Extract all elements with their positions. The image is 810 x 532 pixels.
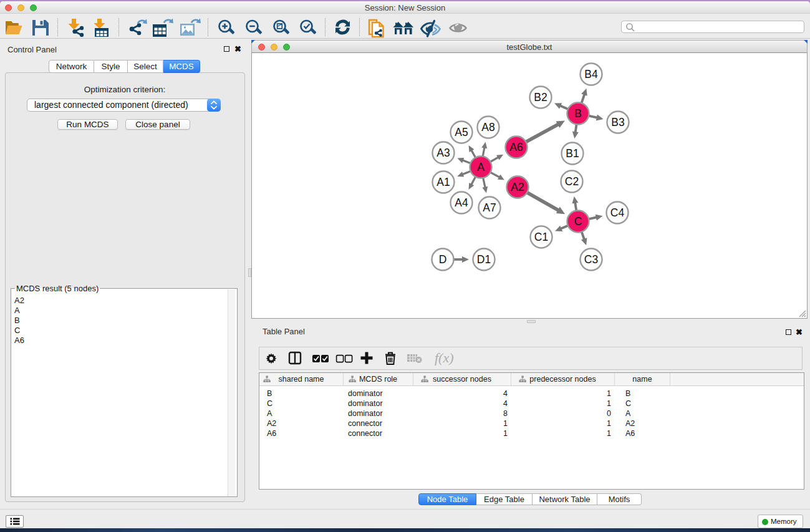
- svg-text:C3: C3: [584, 253, 598, 266]
- svg-text:C2: C2: [565, 175, 579, 188]
- svg-text:A3: A3: [436, 147, 450, 159]
- svg-text:D1: D1: [477, 253, 491, 266]
- svg-text:A: A: [477, 161, 485, 173]
- svg-text:C1: C1: [534, 231, 548, 243]
- svg-text:A5: A5: [455, 126, 468, 138]
- svg-text:B2: B2: [534, 91, 547, 104]
- svg-text:C: C: [574, 215, 582, 228]
- svg-text:A4: A4: [455, 196, 468, 209]
- svg-text:B3: B3: [611, 116, 624, 128]
- svg-text:B4: B4: [584, 68, 598, 80]
- svg-text:A6: A6: [509, 141, 523, 153]
- svg-text:A1: A1: [436, 176, 450, 188]
- svg-text:B1: B1: [566, 147, 579, 160]
- svg-text:B: B: [574, 107, 582, 120]
- svg-text:A8: A8: [481, 121, 494, 133]
- svg-text:A2: A2: [511, 181, 524, 193]
- svg-text:D: D: [439, 253, 447, 266]
- svg-text:C4: C4: [610, 206, 625, 219]
- svg-text:A7: A7: [483, 201, 496, 214]
